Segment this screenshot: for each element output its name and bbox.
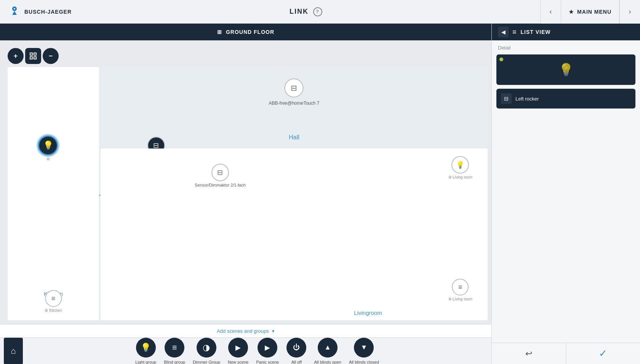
livingroom-switch-badge: ⚙ Living room — [448, 297, 472, 301]
app-header: BUSCH-JAEGER LINK ? ‹ ★ MAIN MENU › — [0, 0, 640, 24]
livingroom-right-room: Livingroom 💡 ⚙ Living room ≡ ⚙ Living ro… — [248, 148, 488, 320]
add-scenes-chevron: ▾ — [272, 328, 275, 334]
light-detail-card[interactable]: 💡 — [496, 54, 635, 85]
add-scenes-bar[interactable]: Add scenes and groups ▾ — [0, 324, 491, 338]
scene-all-blinds-open-icon: ▲ — [318, 338, 338, 358]
main-menu-button[interactable]: ★ MAIN MENU — [561, 0, 619, 24]
scene-dimmer-group-label: Dimmer Group — [193, 360, 220, 364]
back-icon: ↩ — [525, 349, 532, 359]
sensor-label: Sensor/Dimmaktor 2/1-fach — [195, 183, 246, 187]
scene-light-group-icon: 💡 — [136, 338, 156, 358]
sensor-icon[interactable]: ⊟ — [211, 164, 229, 181]
kitchen-light-icon[interactable]: 💡 — [38, 136, 58, 155]
scene-all-blinds-closed-icon: ▼ — [354, 338, 374, 358]
home-icon: ⌂ — [11, 346, 16, 356]
hall-device[interactable]: ⊟ ABB-free@homeTouch 7 — [269, 78, 320, 106]
floor-content: + − — [0, 40, 491, 324]
busch-jaeger-logo-icon — [8, 5, 21, 19]
right-panel-title: LIST VIEW — [521, 29, 551, 35]
scenes-row: 💡 Light group ≡ Blind group ◑ Dimmer Gro… — [27, 338, 488, 364]
livingroom-light-badge: ⚙ Living room — [448, 175, 472, 179]
livingroom-right-label-area: Livingroom — [354, 310, 382, 316]
livingroom-switch-icon[interactable]: ≡ — [452, 279, 469, 295]
main-layout: ⊞ GROUND FLOOR + − — [0, 24, 640, 364]
hall-device-icon[interactable]: ⊟ — [285, 78, 304, 97]
floor-icon: ⊞ — [217, 29, 222, 35]
livingroom-right-label: Livingroom — [354, 310, 382, 316]
hall-label-area: Hall — [289, 134, 299, 141]
nav-next-button[interactable]: › — [619, 0, 640, 24]
floor-plan: 💡 ⚙ Kitchen ≡ ⚙ Kitchen — [8, 67, 488, 320]
scenes-bar: ⌂ 💡 Light group ≡ Blind group ◑ — [0, 338, 491, 364]
sensor-device[interactable]: ⊟ Sensor/Dimmaktor 2/1-fach — [195, 164, 246, 187]
scene-blind-group[interactable]: ≡ Blind group — [164, 338, 185, 364]
zoom-fit-button[interactable] — [25, 48, 41, 64]
collapse-panel-button[interactable]: ◀ — [498, 27, 509, 37]
check-icon: ✓ — [599, 348, 607, 359]
detail-label: Detail — [496, 45, 635, 51]
active-indicator — [499, 57, 503, 61]
scene-all-off-icon: ⏻ — [286, 338, 306, 358]
confirm-button[interactable]: ✓ — [566, 343, 640, 364]
livingroom-light-device[interactable]: 💡 ⚙ Living room — [448, 156, 472, 179]
zoom-in-button[interactable]: + — [8, 48, 24, 64]
scene-all-blinds-closed[interactable]: ▼ All blinds closed — [349, 338, 379, 364]
collapse-icon: ◀ — [501, 29, 506, 35]
scene-light-group[interactable]: 💡 Light group — [135, 338, 156, 364]
add-scenes-label: Add scenes and groups — [217, 328, 269, 334]
scene-all-blinds-closed-label: All blinds closed — [349, 360, 379, 364]
rocker-detail-card[interactable]: ⊟ Left rocker — [496, 89, 635, 109]
hall-room: ⊟ ABB-free@homeTouch 7 Hall ⊟ Left rocke… — [101, 67, 488, 147]
logo-text: BUSCH-JAEGER — [24, 9, 72, 15]
light-card-icon: 💡 — [558, 62, 574, 77]
svg-rect-5 — [34, 57, 36, 59]
scene-all-blinds-open[interactable]: ▲ All blinds open — [314, 338, 341, 364]
svg-rect-3 — [34, 53, 36, 55]
bottom-bar: Add scenes and groups ▾ ⌂ 💡 Light group … — [0, 324, 491, 364]
kitchen-room: 💡 ⚙ Kitchen ≡ ⚙ Kitchen — [8, 67, 99, 320]
scene-dimmer-group[interactable]: ◑ Dimmer Group — [193, 338, 220, 364]
scene-blind-group-icon: ≡ — [165, 338, 184, 358]
hall-device-label: ABB-free@homeTouch 7 — [269, 101, 320, 106]
livingroom-switch-device[interactable]: ≡ ⚙ Living room — [448, 279, 472, 301]
floor-panel: ⊞ GROUND FLOOR + − — [0, 24, 491, 364]
kitchen-switch-icon[interactable]: ≡ — [45, 290, 62, 307]
rocker-card-content: ⊟ Left rocker — [496, 89, 635, 109]
floor-header: ⊞ GROUND FLOOR — [0, 24, 491, 40]
logo: BUSCH-JAEGER — [8, 5, 72, 19]
back-button[interactable]: ↩ — [492, 343, 566, 364]
kitchen-light-badge: ⚙ — [46, 157, 50, 161]
zoom-out-button[interactable]: − — [43, 48, 59, 64]
header-navigation: ‹ ★ MAIN MENU › — [540, 0, 640, 23]
scene-new-scene[interactable]: ▶ New scene — [228, 338, 248, 364]
scene-new-scene-label: New scene — [228, 360, 248, 364]
scene-new-scene-icon: ▶ — [228, 338, 248, 358]
hall-label: Hall — [289, 134, 299, 140]
light-card-content: 💡 — [496, 54, 635, 85]
scene-panic-scene-icon: ▶ — [258, 338, 277, 358]
kitchen-switch-badge: ⚙ Kitchen — [45, 308, 62, 313]
rocker-card-icon: ⊟ — [501, 93, 512, 104]
list-view-icon: ≡ — [512, 28, 517, 36]
star-icon: ★ — [569, 9, 574, 15]
scene-all-blinds-open-label: All blinds open — [314, 360, 341, 364]
svg-rect-2 — [30, 53, 32, 55]
right-panel-footer: ↩ ✓ — [492, 343, 640, 364]
svg-point-1 — [14, 8, 15, 10]
svg-rect-4 — [30, 57, 32, 59]
kitchen-light-device[interactable]: 💡 ⚙ — [38, 136, 58, 161]
scene-blind-group-label: Blind group — [164, 360, 185, 364]
scene-panic-scene[interactable]: ▶ Panic scene — [256, 338, 279, 364]
kitchen-switch-device[interactable]: ≡ ⚙ Kitchen — [45, 290, 62, 313]
scene-all-off-label: All off — [291, 360, 302, 364]
home-button[interactable]: ⌂ — [4, 338, 23, 364]
right-panel-header: ◀ ≡ LIST VIEW — [492, 24, 640, 40]
header-title-group: LINK ? — [290, 7, 322, 16]
livingroom-light-icon[interactable]: 💡 — [451, 156, 469, 174]
scene-dimmer-group-icon: ◑ — [197, 338, 216, 358]
help-icon[interactable]: ? — [313, 7, 322, 16]
nav-prev-button[interactable]: ‹ — [540, 0, 561, 24]
scene-all-off[interactable]: ⏻ All off — [286, 338, 306, 364]
fit-icon — [29, 52, 37, 60]
right-panel: ◀ ≡ LIST VIEW Detail 💡 ⊟ Left rocker — [491, 24, 640, 364]
